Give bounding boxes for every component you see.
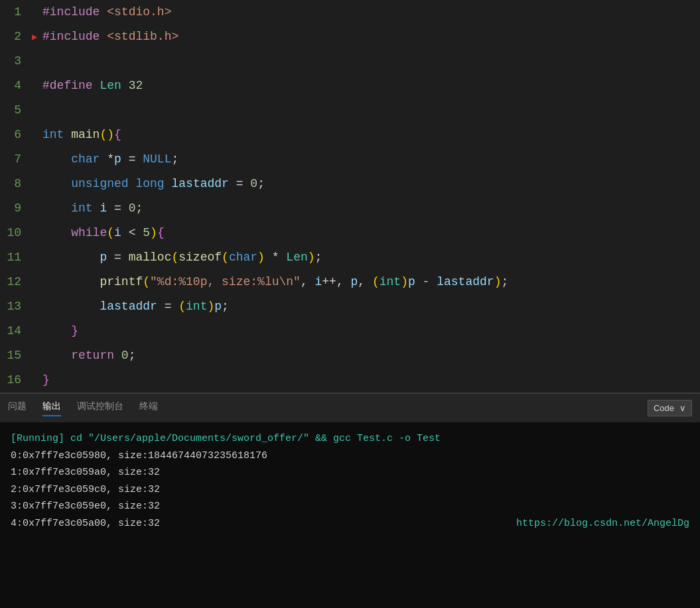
code-token: <stdlib.h> — [107, 30, 178, 43]
code-line: 13 lastaddr = (int)p; — [0, 294, 700, 319]
code-token: Len — [286, 251, 307, 264]
code-line: 6 int main(){ — [0, 123, 700, 147]
code-token: = — [229, 177, 250, 190]
code-line: 5 — [0, 98, 700, 123]
code-token — [64, 128, 71, 141]
code-token — [100, 5, 107, 19]
code-content: while(i < 5){ — [42, 221, 700, 245]
code-token: ) — [150, 226, 157, 239]
panel-tab[interactable]: 问题 — [8, 400, 27, 416]
output-panel: [Running] cd "/Users/apple/Documents/swo… — [0, 422, 700, 608]
code-token: ) — [401, 275, 408, 288]
code-content: #include <stdio.h> — [42, 0, 700, 24]
line-number: 14 — [0, 319, 32, 343]
line-arrow — [32, 99, 42, 123]
code-token: } — [42, 373, 50, 387]
code-token: p — [100, 251, 107, 264]
code-token — [42, 152, 71, 166]
line-number: 7 — [0, 147, 32, 171]
panel-tab[interactable]: 终端 — [139, 400, 158, 416]
line-number: 2 — [0, 25, 32, 48]
code-content: return 0; — [42, 343, 700, 367]
code-content: #include <stdlib.h> — [42, 25, 700, 48]
code-content: char *p = NULL; — [42, 147, 700, 171]
code-token — [114, 349, 121, 362]
code-token — [42, 349, 71, 362]
line-number: 8 — [0, 172, 32, 196]
code-token: ( — [178, 300, 186, 313]
code-line: 15 return 0; — [0, 343, 700, 368]
output-line: 0:0x7ff7e3c05980, size:18446744073235618… — [11, 448, 689, 465]
code-token: sizeof — [178, 251, 222, 264]
line-number: 1 — [0, 0, 32, 24]
code-content: int main(){ — [42, 123, 700, 147]
code-token: ( — [171, 251, 178, 264]
code-content: int i = 0; — [42, 196, 700, 220]
output-filter-dropdown[interactable]: Code∨ — [648, 400, 692, 416]
code-token: ) — [207, 300, 214, 313]
code-token: = — [107, 251, 128, 264]
line-number: 4 — [0, 74, 32, 97]
line-arrow — [32, 246, 42, 270]
code-token: { — [114, 128, 121, 141]
code-token: ( — [372, 275, 380, 288]
code-token: ; — [501, 275, 508, 288]
line-arrow: ▶ — [32, 25, 42, 49]
code-token: ) — [494, 275, 502, 288]
output-running-command: [Running] cd "/Users/apple/Documents/swo… — [11, 430, 689, 448]
code-token: p — [351, 275, 358, 288]
code-token: ) — [257, 251, 265, 264]
code-content: unsigned long lastaddr = 0; — [42, 172, 700, 196]
code-content: } — [42, 319, 700, 343]
code-line: 9 int i = 0; — [0, 196, 700, 221]
code-token — [165, 177, 172, 190]
code-token — [42, 251, 100, 264]
code-token: int — [71, 202, 92, 215]
code-token: ; — [135, 202, 143, 215]
code-token: i — [100, 202, 107, 215]
code-token: int — [186, 300, 207, 313]
output-line: 1:0x7ff7e3c059a0, size:32 — [11, 464, 689, 481]
line-number: 15 — [0, 343, 32, 367]
code-token: char — [229, 251, 257, 264]
code-token: , — [301, 275, 315, 288]
panel-tab-bar: 问题输出调试控制台终端Code∨ — [0, 393, 700, 422]
code-token: printf — [100, 275, 143, 288]
code-token: return — [71, 349, 114, 362]
csdn-link[interactable]: https://blog.csdn.net/AngelDg — [516, 515, 689, 532]
code-token: 0 — [121, 349, 129, 362]
code-token — [93, 79, 100, 92]
tab-right-area: Code∨ — [648, 400, 692, 416]
line-arrow — [32, 344, 42, 368]
code-token: ; — [129, 349, 136, 362]
code-token: 32 — [129, 79, 143, 92]
code-token — [42, 177, 71, 190]
code-token: int — [380, 275, 401, 288]
code-token — [42, 324, 71, 337]
code-token — [42, 226, 71, 239]
line-arrow — [32, 123, 42, 147]
line-arrow — [32, 320, 42, 343]
line-arrow — [32, 369, 42, 393]
code-token: main — [71, 128, 100, 141]
line-arrow — [32, 221, 42, 245]
dropdown-arrow-icon: ∨ — [679, 403, 686, 413]
code-token: char — [71, 152, 100, 166]
code-token: <stdio.h> — [107, 5, 171, 19]
code-content: p = malloc(sizeof(char) * Len); — [42, 245, 700, 269]
line-arrow — [32, 50, 42, 74]
panel-tab[interactable]: 调试控制台 — [77, 400, 123, 416]
code-content: #define Len 32 — [42, 74, 700, 97]
code-token: int — [42, 128, 64, 141]
code-line: 3 — [0, 49, 700, 74]
code-token: { — [157, 226, 165, 239]
line-arrow — [32, 197, 42, 221]
code-token: 0 — [250, 177, 257, 190]
line-number: 13 — [0, 294, 32, 318]
output-line: 2:0x7ff7e3c059c0, size:32 — [11, 481, 689, 499]
line-number: 5 — [0, 98, 32, 122]
code-token: #include — [42, 5, 100, 19]
line-number: 6 — [0, 123, 32, 147]
code-token — [42, 275, 100, 288]
panel-tab[interactable]: 输出 — [42, 400, 61, 416]
